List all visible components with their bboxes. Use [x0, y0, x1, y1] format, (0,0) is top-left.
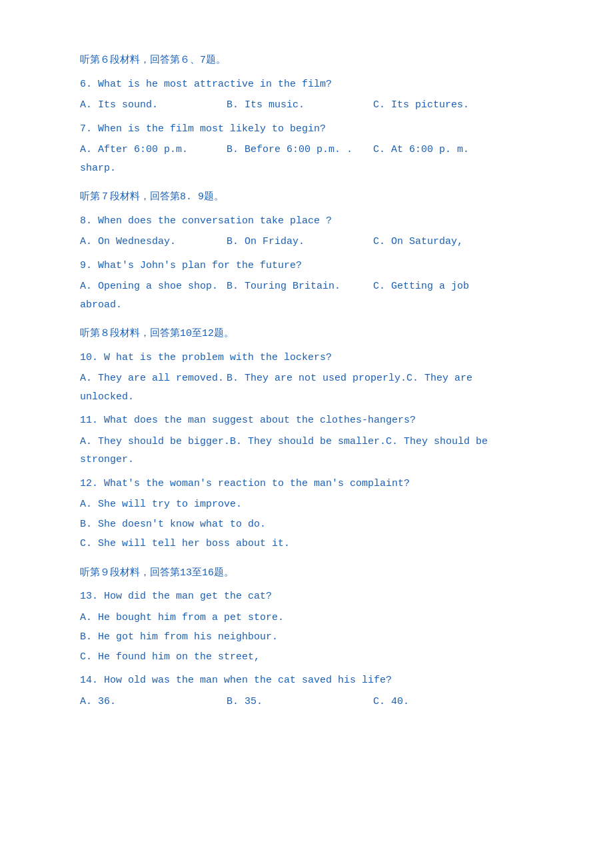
question-11-continuation: stronger. [80, 451, 533, 469]
q12-option-a: A. She will try to improve. [80, 496, 533, 513]
q14-option-a: A. 36. [80, 693, 227, 711]
question-9: 9. What's John's plan for the future? [80, 257, 533, 275]
question-10: 10. W hat is the problem with the locker… [80, 349, 533, 367]
question-11-options: A. They should be bigger. B. They should… [80, 433, 533, 451]
q8-option-c: C. On Saturday, [373, 233, 493, 251]
section-7: 听第７段材料，回答第8. 9题。 8. When does the conver… [80, 189, 533, 313]
section-9-header: 听第９段材料，回答第13至16题。 [80, 565, 533, 582]
q11-option-a: A. They should be bigger. [80, 433, 230, 451]
section-8: 听第８段材料，回答第10至12题。 10. W hat is the probl… [80, 325, 533, 553]
question-13: 13. How did the man get the cat? [80, 588, 533, 605]
question-9-options: A. Opening a shoe shop. B. Touring Brita… [80, 278, 533, 295]
q7-option-c: C. At 6:00 p. m. [373, 141, 493, 159]
question-14-options: A. 36. B. 35. C. 40. [80, 693, 533, 711]
q8-option-a: A. On Wednesday. [80, 233, 227, 251]
section-6-header: 听第６段材料，回答第６、7题。 [80, 52, 533, 69]
question-6: 6. What is he most attractive in the fil… [80, 76, 533, 93]
q6-option-b: B. Its music. [227, 97, 373, 114]
q9-option-a: A. Opening a shoe shop. [80, 278, 227, 295]
section-8-header: 听第８段材料，回答第10至12题。 [80, 325, 533, 343]
q13-option-a: A. He bought him from a pet store. [80, 609, 533, 627]
section-7-header: 听第７段材料，回答第8. 9题。 [80, 189, 533, 206]
question-10-options: A. They are all removed. B. They are not… [80, 370, 533, 387]
q6-option-c: C. Its pictures. [373, 97, 493, 114]
question-12: 12. What's the woman's reaction to the m… [80, 475, 533, 493]
q7-option-b: B. Before 6:00 p.m. . [227, 141, 373, 159]
q11-option-b: B. They should be smaller. [230, 433, 386, 451]
question-7-continuation: sharp. [80, 160, 533, 177]
q12-option-b: B. She doesn't know what to do. [80, 516, 533, 533]
question-10-continuation: unlocked. [80, 389, 533, 406]
question-9-continuation: abroad. [80, 297, 533, 314]
q8-option-b: B. On Friday. [227, 233, 373, 251]
question-8-options: A. On Wednesday. B. On Friday. C. On Sat… [80, 233, 533, 251]
q10-option-b: B. They are not used properly. [227, 370, 406, 387]
section-6: 听第６段材料，回答第６、7题。 6. What is he most attra… [80, 52, 533, 177]
q10-option-c: C. They are [406, 370, 526, 387]
question-8: 8. When does the conversation take place… [80, 213, 533, 230]
q9-option-c: C. Getting a job [373, 278, 493, 295]
question-14: 14. How old was the man when the cat sav… [80, 672, 533, 689]
q10-option-a: A. They are all removed. [80, 370, 227, 387]
q14-option-b: B. 35. [227, 693, 373, 711]
q12-option-c: C. She will tell her boss about it. [80, 535, 533, 553]
section-9: 听第９段材料，回答第13至16题。 13. How did the man ge… [80, 565, 533, 711]
q6-option-a: A. Its sound. [80, 97, 227, 114]
question-6-options: A. Its sound. B. Its music. C. Its pictu… [80, 97, 533, 114]
q13-option-b: B. He got him from his neighbour. [80, 629, 533, 646]
page-content: 听第６段材料，回答第６、7题。 6. What is he most attra… [80, 52, 533, 710]
question-7: 7. When is the film most likely to begin… [80, 121, 533, 138]
question-7-options: A. After 6:00 p.m. B. Before 6:00 p.m. .… [80, 141, 533, 159]
q13-option-c: C. He found him on the street, [80, 649, 533, 666]
q9-option-b: B. Touring Britain. [227, 278, 373, 295]
q11-option-c: C. They should be [386, 433, 506, 451]
q7-option-a: A. After 6:00 p.m. [80, 141, 227, 159]
q14-option-c: C. 40. [373, 693, 493, 711]
question-11: 11. What does the man suggest about the … [80, 412, 533, 429]
